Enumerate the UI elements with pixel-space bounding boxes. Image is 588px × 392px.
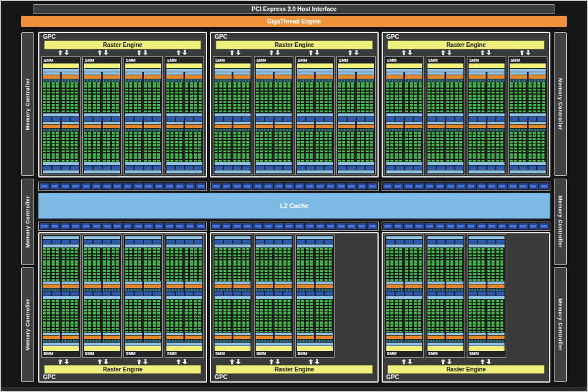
mem-segment (103, 292, 111, 296)
smm-subunit-stack (185, 122, 202, 131)
up-down-arrows-icon (308, 50, 320, 55)
crossbar-group (38, 222, 207, 231)
up-down-arrows-icon (96, 359, 109, 364)
core-grid (125, 82, 161, 113)
orange-bar (487, 125, 505, 128)
mem-segment (414, 166, 422, 170)
orange-bar (103, 125, 120, 128)
core-grid-half (487, 248, 505, 281)
light-blue-bar (386, 244, 422, 247)
core-grid (386, 132, 422, 162)
orange-bar (256, 125, 273, 128)
mem-segment (405, 240, 413, 244)
light-blue-bar (233, 333, 250, 335)
light-blue-bar (84, 296, 120, 299)
mem-segment-row (427, 166, 463, 170)
smm-subunit-stack (357, 72, 374, 82)
smm-subunit-stack (297, 333, 314, 342)
smm-block: SMM (295, 56, 335, 175)
mem-segment (275, 292, 283, 296)
mem-segment (510, 166, 518, 170)
mem-segment (537, 117, 546, 121)
arrow-cell (466, 49, 506, 56)
orange-bar (84, 284, 101, 288)
smm-subunit-header (386, 282, 422, 291)
orange-bar (103, 284, 120, 288)
yellow-bar (469, 63, 505, 68)
crossbar-segment (467, 223, 476, 229)
smm-subunit-stack (529, 72, 546, 82)
orange-bar (125, 75, 142, 79)
mem-segment (386, 292, 395, 296)
light-blue-bar (510, 113, 546, 116)
mem-segment (62, 166, 70, 170)
mem-segment (166, 166, 175, 170)
light-blue-bar (125, 282, 142, 284)
mem-segment (242, 117, 250, 121)
orange-bar (405, 125, 422, 128)
light-blue-bar (386, 113, 422, 116)
smm-subunit-stack (233, 72, 250, 82)
light-blue-bar (62, 122, 79, 124)
light-blue-bar (297, 343, 333, 346)
core-grid-half (297, 132, 314, 162)
mem-segment (496, 117, 505, 121)
mem-segment (112, 240, 120, 244)
mem-segment (348, 166, 356, 170)
arrow-cell (295, 359, 334, 365)
smm-subunit-header (427, 282, 463, 291)
mem-segment-row (256, 292, 292, 296)
core-grid (166, 248, 202, 281)
orange-bar (233, 75, 250, 79)
smm-block: SMM (213, 234, 252, 358)
core-grid-half (84, 300, 101, 333)
mem-segment (166, 117, 175, 121)
gpc-label: GPC (212, 374, 376, 381)
core-grid-half (125, 132, 142, 162)
mem-segment (93, 117, 102, 121)
mem-segment (224, 240, 232, 244)
crossbar-segment (222, 223, 232, 229)
smm-subunit-stack (144, 333, 161, 342)
orange-bar (487, 284, 505, 288)
mem-segment (84, 292, 92, 296)
smm-subunit-stack (84, 72, 101, 82)
gpc-bottom-3: SMMSMMSMMRaster EngineGPC (382, 232, 550, 383)
core-grid-half (405, 248, 422, 281)
light-blue-bar (84, 113, 120, 116)
mem-segment-row (125, 240, 161, 244)
core-grid-half (427, 300, 445, 333)
mem-segment (215, 240, 223, 244)
light-blue-bar (386, 343, 422, 346)
mem-segment (112, 292, 120, 296)
mem-segment (478, 240, 486, 244)
orange-bar (469, 125, 486, 128)
dark-teal-bar (215, 340, 232, 342)
core-grid-half (427, 248, 445, 281)
light-blue-bar (469, 162, 505, 165)
light-blue-bar (297, 333, 314, 335)
smm-subunit-header (43, 282, 79, 291)
yellow-bar (84, 346, 120, 351)
smm-subunit-header (166, 333, 202, 342)
smm-subunit-header (166, 72, 202, 82)
gpc-top-3: GPCRaster EngineSMMSMMSMMSMM (382, 32, 550, 177)
crossbar-segment (435, 183, 445, 189)
memory-controller-label: Memory Controller (557, 78, 563, 130)
mem-segment (256, 292, 264, 296)
smm-subunit-stack (469, 282, 486, 291)
mem-segment-row (215, 117, 250, 121)
crossbar-segment (305, 183, 315, 189)
mem-segment (275, 240, 283, 244)
mem-segment (52, 166, 61, 170)
light-blue-bar (43, 333, 60, 335)
dark-teal-bar (185, 340, 202, 342)
light-blue-bar (125, 113, 161, 116)
light-blue-bar (469, 72, 486, 75)
mem-segment (414, 292, 422, 296)
smm-subunit-stack (510, 72, 527, 82)
core-grid (125, 132, 161, 162)
light-blue-bar (166, 296, 202, 299)
light-blue-bar (125, 244, 161, 247)
core-grid-half (316, 132, 333, 162)
